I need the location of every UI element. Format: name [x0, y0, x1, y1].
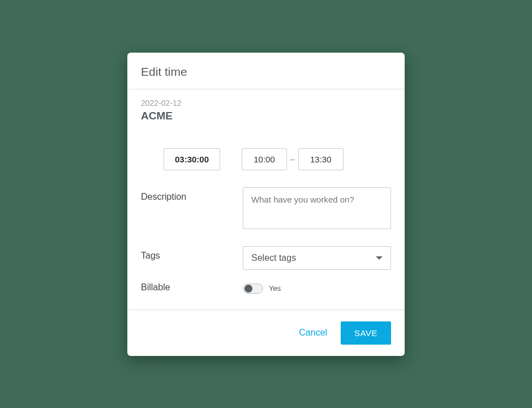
duration-input[interactable]: 03:30:00 [164, 148, 220, 170]
billable-row: Billable Yes [141, 282, 391, 294]
entry-date: 2022-02-12 [141, 98, 391, 108]
dialog-footer: Cancel SAVE [127, 310, 405, 356]
cancel-button[interactable]: Cancel [299, 328, 327, 338]
start-time-input[interactable]: 10:00 [242, 148, 287, 170]
end-time-input[interactable]: 13:30 [298, 148, 344, 170]
chevron-down-icon [376, 256, 383, 260]
time-range-separator: – [290, 154, 295, 164]
entry-project: ACME [141, 110, 391, 122]
edit-time-dialog: Edit time 2022-02-12 ACME 03:30:00 10:00… [127, 53, 405, 356]
description-input[interactable] [243, 187, 391, 229]
billable-toggle[interactable] [243, 284, 263, 294]
tags-row: Tags Select tags [141, 246, 391, 270]
tags-select-placeholder: Select tags [251, 253, 296, 263]
tags-select[interactable]: Select tags [243, 246, 391, 270]
billable-value-label: Yes [269, 284, 281, 293]
tags-label: Tags [141, 246, 243, 261]
dialog-title: Edit time [141, 65, 391, 79]
billable-label: Billable [141, 282, 243, 293]
description-row: Description [141, 187, 391, 231]
time-row: 03:30:00 10:00 – 13:30 [164, 148, 391, 170]
toggle-knob [244, 285, 252, 293]
description-label: Description [141, 187, 243, 202]
dialog-body: 2022-02-12 ACME 03:30:00 10:00 – 13:30 D… [127, 89, 405, 310]
save-button[interactable]: SAVE [341, 321, 391, 345]
dialog-header: Edit time [127, 53, 405, 89]
